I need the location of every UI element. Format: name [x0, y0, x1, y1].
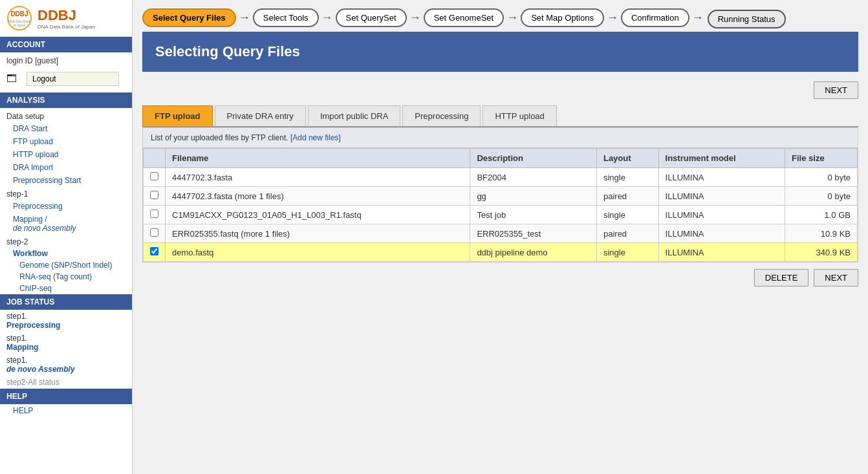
help-header: HELP: [0, 389, 132, 404]
sidebar-item-dra-start[interactable]: DRA Start: [0, 122, 132, 135]
analysis-header: ANALYSIS: [0, 92, 132, 108]
file-description-2: Test job: [470, 206, 597, 224]
file-checkbox-2[interactable]: [150, 210, 158, 218]
table-row: ERR025355.fastq (more 1 files)ERR025355_…: [144, 224, 858, 243]
step1-label: step-1: [0, 187, 132, 200]
page-title: Selecting Query Files: [155, 43, 845, 60]
file-list-area: List of your uploaded files by FTP clien…: [142, 127, 858, 263]
wizard-confirmation[interactable]: Confirmation: [621, 8, 689, 27]
account-header: ACCOUNT: [0, 37, 132, 52]
tab-import-public-dra[interactable]: Import public DRA: [308, 105, 400, 126]
file-layout-0: single: [596, 168, 658, 187]
wizard-step-3: Set GenomeSet: [424, 8, 505, 27]
svg-text:of Japan: of Japan: [13, 23, 25, 27]
sidebar-item-rnaseq[interactable]: RNA-seq (Tag count): [0, 271, 132, 283]
logo-text: DDBJ DNA Data Bank of Japan: [38, 7, 95, 30]
step2-label: step-2: [0, 235, 132, 248]
file-instrument-0: ILLUMINA: [658, 168, 785, 187]
sidebar-item-chipseq[interactable]: ChIP-seq: [0, 283, 132, 294]
data-setup-label: Data setup: [0, 108, 132, 122]
wizard-step-1: Select Tools: [253, 8, 319, 27]
col-header-filename: Filename: [166, 149, 470, 168]
logo-area: DDBJ DNA Data Bank of Japan DDBJ DNA Dat…: [0, 0, 132, 37]
table-row: C1M91ACXX_PG0123_01A05_H1_L003_R1.fastqT…: [144, 206, 858, 224]
file-instrument-1: ILLUMINA: [658, 187, 785, 206]
sidebar: DDBJ DNA Data Bank of Japan DDBJ DNA Dat…: [0, 0, 133, 474]
table-row: 4447702.3.fastaBF2004singleILLUMINA0 byt…: [144, 168, 858, 187]
bottom-btn-row: DELETE NEXT: [142, 269, 858, 293]
wizard-arrow-4: →: [607, 11, 618, 25]
file-checkbox-4[interactable]: [150, 247, 158, 255]
sidebar-item-http-upload[interactable]: HTTP upload: [0, 148, 132, 161]
wizard-arrow-2: →: [409, 11, 421, 25]
logout-button[interactable]: Logout: [27, 72, 119, 86]
file-description-1: gg: [470, 187, 597, 206]
bottom-next-button[interactable]: NEXT: [814, 269, 858, 286]
wizard-step-5: Confirmation: [621, 8, 689, 27]
file-size-1: 0 byte: [785, 187, 858, 206]
job-status-preprocessing: step1. Preprocessing: [0, 310, 132, 332]
file-checkbox-1[interactable]: [150, 191, 158, 199]
wizard-select-query-files[interactable]: Select Query Files: [142, 8, 236, 27]
wizard-arrow-0: →: [239, 11, 250, 25]
tab-bar: FTP upload Private DRA entry Import publ…: [142, 105, 858, 127]
file-size-4: 340.9 KB: [785, 243, 858, 262]
job-status-mapping: step1. Mapping: [0, 332, 132, 354]
col-header-description: Description: [470, 149, 597, 168]
wizard-arrow-1: →: [321, 11, 333, 25]
wizard-set-queryset[interactable]: Set QuerySet: [336, 8, 407, 27]
main-content: Select Query Files → Select Tools → Set …: [133, 0, 868, 474]
wizard-set-genomeset[interactable]: Set GenomeSet: [424, 8, 505, 27]
sidebar-item-preprocessing-start[interactable]: Preprocessing Start: [0, 174, 132, 187]
logout-icon: 🗔: [6, 73, 17, 85]
delete-button[interactable]: DELETE: [754, 269, 809, 286]
login-id: login ID [guest]: [0, 52, 132, 69]
sidebar-item-genome[interactable]: Genome (SNP/Short Indel): [0, 259, 132, 271]
file-layout-2: single: [596, 206, 658, 224]
sidebar-item-mapping[interactable]: Mapping / de novo Assembly: [0, 213, 132, 235]
file-checkbox-0[interactable]: [150, 172, 158, 180]
file-checkbox-3[interactable]: [150, 228, 158, 237]
col-header-filesize: File size: [785, 149, 858, 168]
col-header-instrument: Instrument model: [658, 149, 785, 168]
file-layout-1: paired: [596, 187, 658, 206]
logo-ddbj: DDBJ: [38, 7, 95, 24]
add-new-files-link[interactable]: [Add new files]: [290, 133, 341, 142]
file-description-0: BF2004: [470, 168, 597, 187]
tab-private-dra[interactable]: Private DRA entry: [215, 105, 306, 126]
running-status-button[interactable]: Running Status: [708, 10, 786, 28]
sidebar-item-dra-import[interactable]: DRA Import: [0, 161, 132, 174]
ddbj-logo-icon: DDBJ DNA Data Bank of Japan: [6, 5, 32, 31]
sidebar-item-workflow[interactable]: Workflow: [0, 248, 132, 259]
wizard-select-tools[interactable]: Select Tools: [253, 8, 319, 27]
file-filename-0: 4447702.3.fasta: [166, 168, 470, 187]
file-instrument-3: ILLUMINA: [658, 224, 785, 243]
wizard-set-map-options[interactable]: Set Map Options: [521, 8, 604, 27]
col-header-layout: Layout: [596, 149, 658, 168]
tab-http-upload[interactable]: HTTP upload: [483, 105, 556, 126]
top-next-button[interactable]: NEXT: [814, 81, 858, 99]
file-filename-1: 4447702.3.fasta (more 1 files): [166, 187, 470, 206]
sidebar-item-ftp-upload[interactable]: FTP upload: [0, 135, 132, 148]
wizard-step-2: Set QuerySet: [336, 8, 407, 27]
wizard-step-0: Select Query Files: [142, 8, 236, 27]
wizard-step-4: Set Map Options: [521, 8, 604, 27]
tab-preprocessing[interactable]: Preprocessing: [402, 105, 481, 126]
file-size-2: 1.0 GB: [785, 206, 858, 224]
file-table: Filename Description Layout Instrument m…: [143, 148, 858, 262]
file-list-notice: List of your uploaded files by FTP clien…: [143, 128, 858, 148]
file-filename-3: ERR025355.fastq (more 1 files): [166, 224, 470, 243]
wizard-arrow-5: →: [692, 11, 704, 25]
sidebar-item-help[interactable]: HELP: [0, 404, 132, 417]
file-layout-4: single: [596, 243, 658, 262]
file-description-4: ddbj pipeline demo: [470, 243, 597, 262]
wizard-bar: Select Query Files → Select Tools → Set …: [133, 0, 868, 32]
wizard-arrow-3: →: [506, 11, 518, 25]
sidebar-item-preprocessing[interactable]: Preprocessing: [0, 200, 132, 213]
file-description-3: ERR025355_test: [470, 224, 597, 243]
job-status-header: JOB STATUS: [0, 294, 132, 310]
file-filename-2: C1M91ACXX_PG0123_01A05_H1_L003_R1.fastq: [166, 206, 470, 224]
file-size-0: 0 byte: [785, 168, 858, 187]
tab-ftp-upload[interactable]: FTP upload: [142, 105, 213, 126]
job-status-denovo: step1. de novo Assembly: [0, 354, 132, 376]
